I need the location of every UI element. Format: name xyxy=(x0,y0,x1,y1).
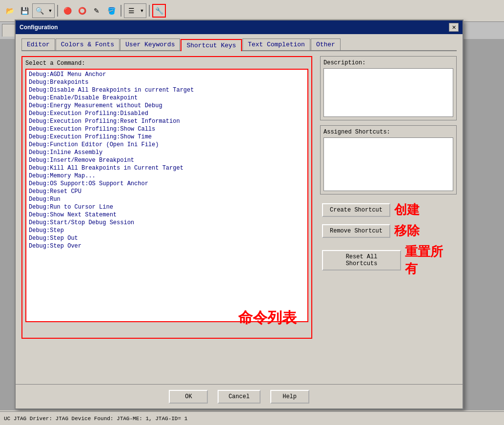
command-list-item[interactable]: Debug:Memory Map... xyxy=(27,172,306,180)
configuration-dialog: Configuration ✕ Editor Colors & Fonts Us… xyxy=(15,19,464,409)
command-list-item[interactable]: Debug:Step xyxy=(27,227,306,234)
command-list-item[interactable]: Debug:Run xyxy=(27,195,306,203)
shortcuts-section: Assigned Shortcuts: xyxy=(320,125,457,194)
command-list-item[interactable]: Debug:Disable All Breakpoints in current… xyxy=(27,86,306,94)
dialog-footer: OK Cancel Help xyxy=(16,384,463,408)
description-label: Description: xyxy=(323,59,453,66)
dialog-main-layout: Select a Command: Debug:AGDI Menu Anchor… xyxy=(21,56,457,339)
dialog-content: Editor Colors & Fonts User Keywords Shor… xyxy=(16,34,463,343)
command-panel-title: Select a Command: xyxy=(25,60,308,67)
command-list-item[interactable]: Debug:Execution Profiling:Show Calls xyxy=(27,125,306,133)
dialog-tabs: Editor Colors & Fonts User Keywords Shor… xyxy=(21,38,457,51)
description-textarea xyxy=(323,68,453,117)
command-list-item[interactable]: Debug:Show Next Statement xyxy=(27,211,306,219)
tab-colors-fonts[interactable]: Colors & Fonts xyxy=(56,39,120,50)
annotation-create: 创建 xyxy=(394,201,420,218)
command-list-item[interactable]: Debug:Start/Stop Debug Session xyxy=(27,219,306,227)
annotation-command-list: 命令列表 xyxy=(238,308,297,328)
command-list-item[interactable]: Debug:Kill All Breakpoints in Current Ta… xyxy=(27,164,306,172)
zoom-dropdown-btn[interactable]: ▼ xyxy=(46,4,54,18)
shortcuts-label: Assigned Shortcuts: xyxy=(323,129,453,135)
right-panel: Description: Assigned Shortcuts: Create … xyxy=(320,56,457,339)
status-bar: UC JTAG Driver: JTAG Device Found: JTAG-… xyxy=(0,411,504,425)
save-btn[interactable]: 💾 xyxy=(18,4,31,18)
remove-shortcut-row: Remove Shortcut 移除 xyxy=(322,222,455,239)
red-circle-btn[interactable]: 🔴 xyxy=(60,4,74,18)
separator1 xyxy=(57,5,58,17)
status-text: UC JTAG Driver: JTAG Device Found: JTAG-… xyxy=(4,416,187,422)
command-list-item[interactable]: Debug:Execution Profiling:Reset Informat… xyxy=(27,117,306,125)
command-list-item[interactable]: Debug:Insert/Remove Breakpoint xyxy=(27,156,306,164)
view-btn[interactable]: ☰ xyxy=(124,4,138,18)
file-open-btn[interactable]: 📂 xyxy=(3,4,17,18)
cancel-btn[interactable]: Cancel xyxy=(218,390,260,404)
reset-shortcuts-row: Reset All Shortcuts 重置所有 xyxy=(322,243,455,277)
pencil-btn[interactable]: ✎ xyxy=(90,4,103,18)
remove-shortcut-btn[interactable]: Remove Shortcut xyxy=(322,224,390,238)
command-list-item[interactable]: Debug:Reset CPU xyxy=(27,188,306,195)
tab-editor[interactable]: Editor xyxy=(21,39,55,50)
command-list-item[interactable]: Debug:Step Over xyxy=(27,242,306,250)
command-list-item[interactable]: Debug:Inline Assembly xyxy=(27,149,306,156)
view-dropdown-btn[interactable]: ▼ xyxy=(138,4,146,18)
command-list-item[interactable]: Debug:Energy Measurement without Debug xyxy=(27,102,306,110)
tab-user-keywords[interactable]: User Keywords xyxy=(120,39,180,50)
description-section: Description: xyxy=(320,56,457,120)
reset-shortcuts-btn[interactable]: Reset All Shortcuts xyxy=(322,250,401,270)
help-btn[interactable]: Help xyxy=(270,390,309,404)
command-list-item[interactable]: Debug:Function Editor (Open Ini File) xyxy=(27,141,306,149)
annotation-reset: 重置所有 xyxy=(405,243,455,277)
annotation-remove: 移除 xyxy=(394,222,420,239)
shortcuts-textarea xyxy=(323,137,453,191)
command-panel: Select a Command: Debug:AGDI Menu Anchor… xyxy=(21,56,312,339)
separator3 xyxy=(149,5,150,17)
buttons-area: Create Shortcut 创建 Remove Shortcut 移除 Re… xyxy=(320,199,457,279)
separator2 xyxy=(121,5,121,17)
create-shortcut-row: Create Shortcut 创建 xyxy=(322,201,455,218)
command-list-item[interactable]: Debug:Step Out xyxy=(27,234,306,242)
command-list-item[interactable]: Debug:Enable/Disable Breakpoint xyxy=(27,94,306,102)
command-list-item[interactable]: Debug:OS Support:OS Support Anchor xyxy=(27,180,306,188)
create-shortcut-btn[interactable]: Create Shortcut xyxy=(322,203,390,217)
command-list-item[interactable]: Debug:Execution Profiling:Disabled xyxy=(27,110,306,117)
command-list-item[interactable]: Debug:Execution Profiling:Show Time xyxy=(27,133,306,141)
tab-text-completion[interactable]: Text Completion xyxy=(242,39,310,50)
paint-btn[interactable]: 🪣 xyxy=(104,4,118,18)
dialog-title: Configuration xyxy=(20,24,58,31)
command-list-item[interactable]: Debug:Run to Cursor Line xyxy=(27,203,306,211)
tools-active-btn[interactable]: 🔧 xyxy=(152,4,166,18)
tab-other[interactable]: Other xyxy=(311,39,341,50)
toolbar: 📂 💾 🔍 ▼ 🔴 ⭕ ✎ 🪣 ☰ ▼ 🔧 xyxy=(0,0,504,22)
buttons-box: Create Shortcut 创建 Remove Shortcut 移除 Re… xyxy=(320,199,457,279)
dialog-titlebar: Configuration ✕ xyxy=(16,20,463,34)
zoom-btn[interactable]: 🔍 xyxy=(33,4,46,18)
command-list-item[interactable]: Debug:Breakpoints xyxy=(27,78,306,86)
command-list-item[interactable]: Debug:AGDI Menu Anchor xyxy=(27,71,306,78)
tab-shortcut-keys[interactable]: Shortcut Keys xyxy=(181,39,242,51)
dialog-close-btn[interactable]: ✕ xyxy=(449,23,459,32)
ok-btn[interactable]: OK xyxy=(169,390,208,404)
circle-btn[interactable]: ⭕ xyxy=(75,4,89,18)
command-list[interactable]: Debug:AGDI Menu AnchorDebug:BreakpointsD… xyxy=(25,69,308,322)
